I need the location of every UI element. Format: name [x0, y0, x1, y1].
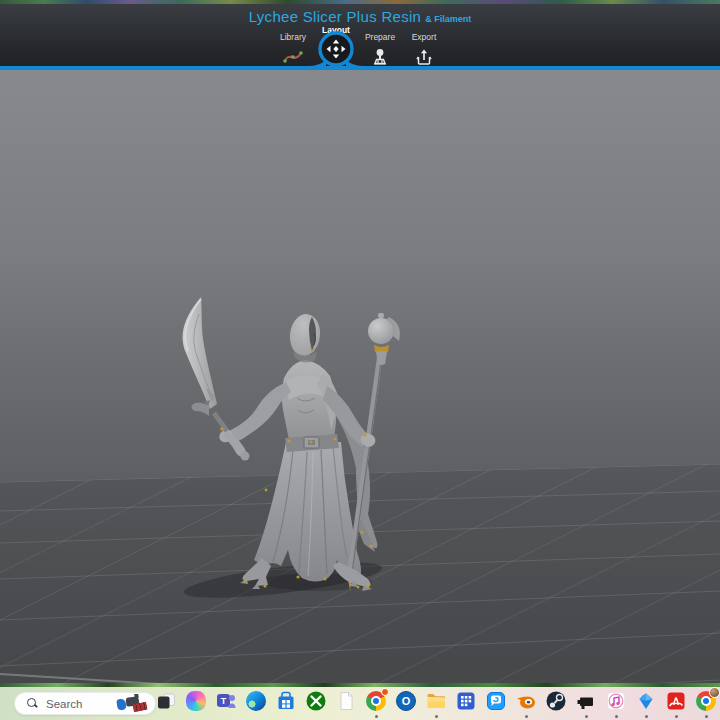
running-indicator-dot	[435, 715, 438, 718]
viewport-3d-canvas[interactable]	[0, 70, 720, 683]
tab-export[interactable]: Export	[394, 32, 454, 70]
screen: Lychee Slicer Plus Resin& Filament Libra…	[0, 0, 720, 720]
search-placeholder: Search	[46, 698, 115, 710]
app-title-suffix: & Filament	[425, 14, 471, 24]
notepad-icon[interactable]	[335, 690, 357, 712]
copilot-icon[interactable]	[185, 690, 207, 712]
task-view-icon[interactable]	[155, 690, 177, 712]
capture-device-icon[interactable]	[575, 690, 597, 712]
app-title: Lychee Slicer Plus Resin	[249, 8, 422, 25]
running-indicator-dot	[675, 715, 678, 718]
profile-avatar	[709, 687, 720, 698]
running-indicator-dot	[585, 715, 588, 718]
search-highlight-thumbnail	[115, 694, 149, 713]
chat-app-icon[interactable]	[485, 690, 507, 712]
search-icon	[27, 698, 38, 709]
tab-layout[interactable]	[308, 24, 364, 70]
tab-export-label: Export	[394, 32, 454, 42]
file-explorer-icon[interactable]	[425, 690, 447, 712]
blender-icon[interactable]	[515, 690, 537, 712]
chrome-profile-icon[interactable]	[695, 690, 717, 712]
running-indicator-dot	[615, 715, 618, 718]
chrome-icon[interactable]	[365, 690, 387, 712]
outlook-icon[interactable]: O	[395, 690, 417, 712]
acrobat-icon[interactable]	[665, 690, 687, 712]
blue-gem-icon[interactable]	[635, 690, 657, 712]
edge-icon[interactable]	[245, 690, 267, 712]
running-indicator-dot	[525, 715, 528, 718]
running-indicator-dot	[645, 715, 648, 718]
steam-icon[interactable]	[545, 690, 567, 712]
itunes-icon[interactable]	[605, 690, 627, 712]
search-input[interactable]: Search	[14, 692, 156, 715]
running-indicator-dot	[375, 715, 378, 718]
svg-text:T: T	[221, 696, 227, 706]
model-hooded-figure[interactable]	[165, 290, 415, 605]
running-indicator-dot	[705, 715, 708, 718]
svg-text:O: O	[402, 695, 411, 707]
chrome-notification-badge	[381, 688, 389, 696]
app-grid-icon[interactable]	[455, 690, 477, 712]
teams-icon[interactable]: T	[215, 690, 237, 712]
microsoft-store-icon[interactable]	[275, 690, 297, 712]
xbox-icon[interactable]	[305, 690, 327, 712]
